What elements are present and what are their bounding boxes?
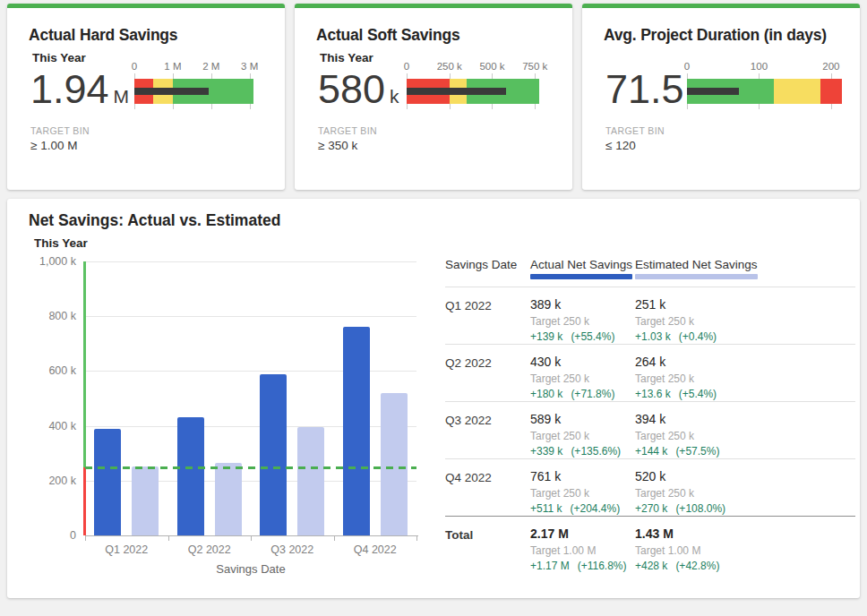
dashboard: { "chart_data": [ { "type": "bullet", "t… xyxy=(0,0,867,616)
target-bin-value: ≥ 1.00 M xyxy=(30,139,77,152)
delta-value: +1.17 M xyxy=(530,560,570,572)
kpi-value: 1.94M xyxy=(30,66,129,113)
kpi-title: Actual Soft Savings xyxy=(316,26,460,45)
estimated-delta: +13.6 k(+5.4%) xyxy=(635,388,855,400)
target-bin-label: TARGET BIN xyxy=(605,125,665,136)
card-accent-bar xyxy=(295,4,572,8)
kpi-subtitle: This Year xyxy=(32,51,86,64)
bar-estimated-net-savings-q1-2022[interactable] xyxy=(132,466,159,535)
kpi-subtitle: This Year xyxy=(320,51,373,64)
card-accent-bar xyxy=(582,4,860,8)
bullet-axis-tick-label: 1 M xyxy=(164,61,181,72)
table-row-q1-2022[interactable]: Q1 2022389 kTarget 250 k+139 k(+55.4%)25… xyxy=(445,287,855,345)
net-savings-table: Savings DateActual Net SavingsEstimated … xyxy=(445,258,855,574)
delta-percent: (+71.8%) xyxy=(571,388,614,400)
y-axis-line-below-target xyxy=(83,467,86,536)
estimated-cell: 520 kTarget 250 k+270 k(+108.0%) xyxy=(635,459,855,516)
estimated-target: Target 250 k xyxy=(635,315,855,328)
bullet-range-warn xyxy=(774,79,820,104)
target-bin-value: ≤ 120 xyxy=(605,139,636,152)
column-header-actual-net-savings: Actual Net Savings xyxy=(530,258,635,287)
column-header-label: Estimated Net Savings xyxy=(635,258,758,271)
kpi-value-number: 580 xyxy=(318,66,385,112)
estimated-value: 520 k xyxy=(635,469,855,483)
actual-delta: +139 k(+55.4%) xyxy=(530,330,635,343)
delta-value: +139 k xyxy=(530,330,562,343)
bar-estimated-net-savings-q3-2022[interactable] xyxy=(297,427,324,535)
actual-cell: 2.17 MTarget 1.00 M+1.17 M(+116.8%) xyxy=(530,517,635,574)
kpi-card-avg-project-duration[interactable]: Avg. Project Duration (in days) 71.5 010… xyxy=(582,4,860,190)
bar-estimated-net-savings-q4-2022[interactable] xyxy=(381,393,408,535)
actual-target: Target 250 k xyxy=(530,430,635,442)
column-header-wrap: Estimated Net Savings xyxy=(635,258,758,279)
delta-percent: (+116.8%) xyxy=(578,560,627,572)
target-line xyxy=(85,466,416,469)
table-row-total[interactable]: Total2.17 MTarget 1.00 M+1.17 M(+116.8%)… xyxy=(445,517,855,574)
actual-delta: +180 k(+71.8%) xyxy=(530,388,635,400)
kpi-card-actual-hard-savings[interactable]: Actual Hard Savings This Year 1.94M 01 M… xyxy=(7,4,285,190)
delta-value: +180 k xyxy=(530,388,562,400)
table-row-q4-2022[interactable]: Q4 2022761 kTarget 250 k+511 k(+204.4%)5… xyxy=(445,459,855,517)
bar-actual-net-savings-q3-2022[interactable] xyxy=(260,374,287,535)
column-header-underline xyxy=(530,274,632,279)
actual-value: 430 k xyxy=(530,355,635,369)
y-axis-label: 600 k xyxy=(21,364,76,377)
column-header-wrap: Actual Net Savings xyxy=(530,258,632,279)
column-header-label: Actual Net Savings xyxy=(530,258,632,271)
delta-value: +270 k xyxy=(635,502,667,515)
delta-percent: (+55.4%) xyxy=(571,330,614,343)
column-header-label: Savings Date xyxy=(445,258,517,271)
bullet-measure-bar xyxy=(134,88,209,95)
target-bin-label: TARGET BIN xyxy=(30,125,90,136)
delta-value: +144 k xyxy=(635,445,667,458)
bullet-axis-tick-label: 0 xyxy=(404,61,409,72)
bullet-measure-bar xyxy=(407,88,506,95)
bar-actual-net-savings-q4-2022[interactable] xyxy=(343,327,370,535)
kpi-value: 580k xyxy=(318,66,399,113)
estimated-value: 1.43 M xyxy=(635,526,855,541)
chart-title: Net Savings: Actual vs. Estimated xyxy=(29,211,280,230)
table-row-q3-2022[interactable]: Q3 2022589 kTarget 250 k+339 k(+135.6%)3… xyxy=(445,402,855,459)
target-bin-value: ≥ 350 k xyxy=(318,139,357,152)
bullet-axis-tick-label: 2 M xyxy=(202,61,219,72)
kpi-title: Actual Hard Savings xyxy=(29,26,177,45)
kpi-value-number: 71.5 xyxy=(605,66,684,112)
chart-subtitle: This Year xyxy=(34,236,88,250)
estimated-target: Target 250 k xyxy=(635,487,855,500)
kpi-value-unit: k xyxy=(390,86,399,107)
bar-actual-net-savings-q2-2022[interactable] xyxy=(177,417,204,535)
actual-target: Target 250 k xyxy=(530,372,635,385)
actual-value: 589 k xyxy=(530,412,635,426)
bullet-band xyxy=(134,79,253,104)
bullet-band xyxy=(687,79,842,104)
bullet-range-bad xyxy=(820,79,842,104)
kpi-card-actual-soft-savings[interactable]: Actual Soft Savings This Year 580k 0250 … xyxy=(295,4,572,190)
delta-percent: (+5.4%) xyxy=(679,388,717,400)
delta-percent: (+108.0%) xyxy=(675,502,725,515)
bullet-band xyxy=(407,79,539,104)
delta-value: +339 k xyxy=(530,445,562,458)
estimated-cell: 251 kTarget 250 k+1.03 k(+0.4%) xyxy=(635,287,855,344)
bullet-chart: 0250 k500 k750 k xyxy=(407,63,539,115)
net-savings-card[interactable]: Net Savings: Actual vs. Estimated This Y… xyxy=(7,199,860,598)
bullet-axis-tick-label: 200 xyxy=(822,61,839,72)
bar-estimated-net-savings-q2-2022[interactable] xyxy=(215,463,242,535)
actual-delta: +1.17 M(+116.8%) xyxy=(530,560,635,572)
actual-delta: +339 k(+135.6%) xyxy=(530,445,635,458)
actual-target: Target 250 k xyxy=(530,315,635,328)
table-header-row: Savings DateActual Net SavingsEstimated … xyxy=(445,258,855,287)
bullet-chart: 01 M2 M3 M xyxy=(134,63,253,115)
kpi-row: Actual Hard Savings This Year 1.94M 01 M… xyxy=(7,4,860,190)
actual-cell: 389 kTarget 250 k+139 k(+55.4%) xyxy=(530,287,635,344)
estimated-target: Target 250 k xyxy=(635,372,855,385)
bullet-axis-tick-label: 100 xyxy=(751,61,768,72)
x-axis-line xyxy=(85,535,418,536)
table-row-q2-2022[interactable]: Q2 2022430 kTarget 250 k+180 k(+71.8%)26… xyxy=(445,345,855,402)
column-header-wrap: Savings Date xyxy=(445,258,517,271)
bar-actual-net-savings-q1-2022[interactable] xyxy=(94,429,121,535)
savings-date-cell: Q4 2022 xyxy=(445,459,530,516)
bullet-axis-tick-label: 750 k xyxy=(522,61,547,72)
y-gridline xyxy=(85,261,416,262)
actual-delta: +511 k(+204.4%) xyxy=(530,502,635,515)
y-axis-line-above-target xyxy=(83,261,86,467)
